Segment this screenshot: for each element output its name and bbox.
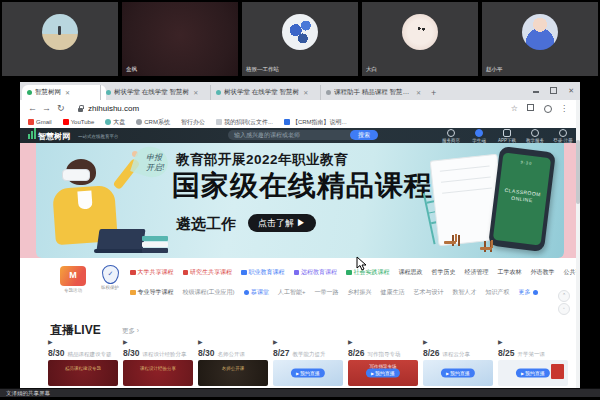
minimize-icon[interactable]: [533, 91, 539, 93]
new-tab-button[interactable]: +: [426, 85, 448, 100]
promo-logo[interactable]: M: [60, 266, 86, 286]
category-link[interactable]: 大学共享课程: [130, 268, 174, 277]
tab-close-icon[interactable]: ✕: [193, 89, 198, 96]
store-icon: [447, 129, 455, 137]
bookmark-item[interactable]: CRM系统: [136, 118, 170, 127]
category-link[interactable]: 职业教育课程: [241, 268, 285, 277]
category-link[interactable]: 数智人才: [453, 288, 477, 297]
category-link[interactable]: 艺术与设计: [414, 288, 444, 297]
play-icon: ▶: [48, 338, 118, 348]
user-icon: [559, 129, 567, 137]
live-item[interactable]: ▶ 8/30名师公开课 名师公开课: [198, 338, 268, 386]
live-thumbnail[interactable]: 预约直播: [498, 360, 568, 386]
zhihuishu-logo-icon: [28, 128, 36, 139]
back-to-top-button[interactable]: ⌃: [558, 290, 570, 302]
reserve-live-button[interactable]: 预约直播: [516, 369, 550, 378]
profile-icon[interactable]: [544, 105, 552, 113]
briefcase-icon: [241, 270, 247, 276]
live-thumbnail[interactable]: 精品课程建设专题: [48, 360, 118, 386]
site-logo[interactable]: 智慧树网: [38, 131, 70, 142]
category-row-2: 专业导学课程 校级课程(工业应用) 慕课堂 人工智能+ 一带一路 乡村振兴 健康…: [130, 288, 572, 297]
live-item[interactable]: ▶ 8/26课程云分享 预约直播: [423, 338, 493, 386]
bookmark-star-icon[interactable]: ☆: [511, 104, 518, 113]
shared-screen: 智慧树网 ✕ 树状学堂 在线学堂 智慧树 ✕ 树状学堂 在线学堂 智慧树 ✕ 课…: [20, 82, 580, 394]
bookmark-item[interactable]: 智行办公: [181, 118, 205, 127]
tab-close-icon[interactable]: ✕: [416, 89, 421, 96]
category-link[interactable]: 乡村振兴: [348, 288, 372, 297]
live-section: 直播LIVE 更多 › ▶ 8/30精品课程建设专题 精品课程建设专题 ▶ 8/…: [20, 320, 580, 394]
live-item[interactable]: ▶ 8/30精品课程建设专题 精品课程建设专题: [48, 338, 118, 386]
url-text[interactable]: zhihuishu.com: [88, 104, 139, 113]
avatar: [42, 14, 78, 50]
scrollbar-thumb[interactable]: [576, 140, 580, 204]
bookmark-item[interactable]: YouTube: [63, 119, 95, 125]
search-input[interactable]: [228, 130, 356, 140]
live-thumbnail[interactable]: 课程设计经验分享: [123, 360, 193, 386]
participant-tile[interactable]: 赵小平: [482, 2, 598, 76]
participant-tile[interactable]: 格致—工作站: [242, 2, 358, 76]
participant-tile[interactable]: 金枫: [122, 2, 238, 76]
live-thumbnail[interactable]: 名师公开课: [198, 360, 268, 386]
browser-tab[interactable]: 课程助手 精品课程 智慧树网 ✕: [320, 85, 433, 100]
bookmark-item[interactable]: 我的招聘(云文件...: [216, 118, 273, 127]
category-more-link[interactable]: 更多: [519, 288, 539, 297]
browser-tab[interactable]: 智慧树网 ✕: [22, 85, 106, 100]
category-link[interactable]: 知识产权: [486, 288, 510, 297]
live-item[interactable]: ▶ 8/25开学第一课 预约直播: [498, 338, 568, 386]
category-link[interactable]: 远程教育课程: [294, 268, 338, 277]
reserve-live-button[interactable]: 预约直播: [291, 369, 325, 378]
play-icon: ▶: [273, 338, 343, 348]
bookmark-item[interactable]: 大盘: [105, 118, 125, 127]
tab-close-icon[interactable]: ✕: [65, 89, 70, 96]
reload-icon[interactable]: ↻: [57, 103, 65, 113]
category-link[interactable]: 慕课堂: [244, 288, 270, 297]
back-icon[interactable]: ←: [28, 103, 37, 113]
browser-tab[interactable]: 树状学堂 在线学堂 智慧树 ✕: [100, 85, 217, 100]
forward-icon[interactable]: →: [42, 103, 51, 113]
menu-item-student[interactable]: 学生端: [468, 129, 490, 143]
service-widget-button[interactable]: ◦: [558, 303, 570, 315]
category-link[interactable]: 健康生活: [381, 288, 405, 297]
bookmark-item[interactable]: 【CRM指南】说明...: [284, 118, 347, 127]
banner-cta-button[interactable]: 点击了解 ▶: [248, 214, 316, 232]
student-icon: [475, 129, 483, 137]
live-item[interactable]: ▶ 8/27教学能力提升 预约直播: [273, 338, 343, 386]
category-link[interactable]: 外语教学: [531, 268, 555, 277]
menu-dots-icon[interactable]: ⋮: [560, 104, 568, 113]
participant-tile[interactable]: 大白: [362, 2, 478, 76]
scrollbar-track[interactable]: [576, 100, 580, 394]
doc-icon: [284, 119, 290, 125]
participant-tile[interactable]: [2, 2, 118, 76]
category-link[interactable]: 工学农林: [498, 268, 522, 277]
category-link[interactable]: 研究生共享课程: [183, 268, 233, 277]
tab-group-icon[interactable]: [527, 104, 534, 111]
live-item[interactable]: ▶ 8/26写作指导专场 写作指导专场预约直播: [348, 338, 418, 386]
category-link[interactable]: 课程思政: [399, 268, 423, 277]
reserve-live-button[interactable]: 预约直播: [366, 369, 400, 378]
tab-favicon-icon: [106, 90, 111, 95]
browser-tab[interactable]: 树状学堂 在线学堂 智慧树 ✕: [210, 85, 327, 100]
live-more-link[interactable]: 更多 ›: [122, 327, 139, 336]
category-link[interactable]: 一带一路: [315, 288, 339, 297]
maximize-icon[interactable]: [550, 87, 557, 94]
category-link[interactable]: 人工智能+: [278, 288, 306, 297]
shield-caption: 版权保护: [94, 285, 126, 290]
category-link[interactable]: 哲学历史: [432, 268, 456, 277]
category-link[interactable]: 校级课程(工业应用): [183, 288, 235, 297]
live-thumbnail[interactable]: 预约直播: [273, 360, 343, 386]
live-thumbnail[interactable]: 写作指导专场预约直播: [348, 360, 418, 386]
bookmark-item[interactable]: Gmail: [28, 119, 52, 125]
menu-item-store[interactable]: 服务商店: [440, 129, 462, 143]
menu-item-app[interactable]: APP下载: [496, 129, 518, 143]
live-thumbnail[interactable]: 预约直播: [423, 360, 493, 386]
menu-item-login[interactable]: 登录·注册: [552, 129, 574, 143]
menu-item-teaching[interactable]: 教学服务: [524, 129, 546, 143]
reserve-live-button[interactable]: 预约直播: [441, 369, 475, 378]
category-link[interactable]: 经济管理: [465, 268, 489, 277]
close-icon[interactable]: ✕: [568, 87, 574, 94]
search-button[interactable]: 搜索: [350, 130, 378, 140]
tab-close-icon[interactable]: ✕: [303, 89, 308, 96]
hero-banner[interactable]: 申报 开启! 教育部开展2022年职业教育 国家级在线精品课程 遴选工作 点击了…: [36, 143, 564, 258]
live-item[interactable]: ▶ 8/30课程设计经验分享 课程设计经验分享: [123, 338, 193, 386]
category-link[interactable]: 专业导学课程: [130, 288, 174, 297]
